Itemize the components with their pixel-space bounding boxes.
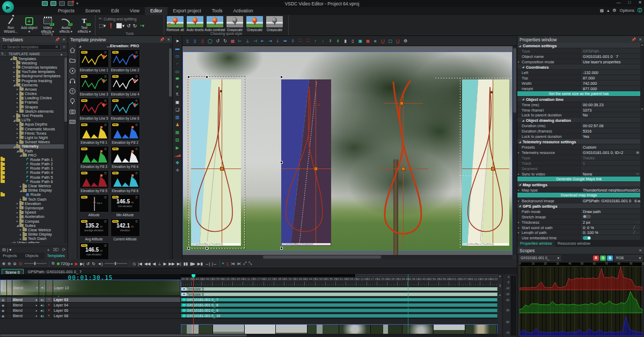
- layer-row-layer-64[interactable]: ◉Blend▾◄)⏵Layer 64: [0, 303, 181, 308]
- lock-cell[interactable]: [6, 308, 12, 313]
- path-center-handle[interactable]: [401, 167, 405, 171]
- template-item-max-altitude[interactable]: 146.5 mmax elevationPRO☆Max Altitude: [79, 243, 109, 259]
- text-circle-icon[interactable]: T: [69, 88, 76, 94]
- menu-view[interactable]: View: [125, 7, 145, 15]
- expand-mark-icon[interactable]: ▸: [518, 60, 519, 63]
- prop-value[interactable]: 0; 0 %: [581, 225, 640, 230]
- tree-arrow-icon[interactable]: ◢: [19, 153, 23, 157]
- tree-arrow-icon[interactable]: ▸: [16, 109, 19, 113]
- blend-mode-select[interactable]: Blend▾: [12, 297, 39, 302]
- tree-arrow-icon[interactable]: ▸: [19, 185, 23, 188]
- tree-arrow-icon[interactable]: ▸: [16, 141, 19, 144]
- mute-icon[interactable]: ◄): [97, 261, 103, 266]
- expand-mark-icon[interactable]: ▸: [518, 221, 519, 224]
- lock-cell[interactable]: [6, 303, 12, 307]
- play-icon[interactable]: [69, 68, 76, 74]
- ellipse-select-icon[interactable]: ◯: [207, 39, 213, 43]
- template-item-elevation-by-line-3[interactable]: PRO☆Elevation by Line 3: [79, 74, 109, 96]
- close-panel-icon[interactable]: ✕: [62, 38, 65, 42]
- expand-mark-icon[interactable]: ▸: [518, 231, 519, 234]
- favorites-star-icon[interactable]: ☆: [62, 45, 66, 49]
- collapse-ribbon-icon[interactable]: ▴: [607, 8, 609, 13]
- tree-arrow-icon[interactable]: ▸: [16, 127, 19, 130]
- visibility-eye-icon[interactable]: ◉: [0, 313, 6, 318]
- track-row-layer-13[interactable]: [181, 324, 497, 334]
- quick-style-auto-levels[interactable]: Auto levels: [186, 16, 204, 32]
- down-icon[interactable]: ↓: [320, 39, 326, 43]
- prop-value[interactable]: Yes: [581, 134, 640, 138]
- crop-icon[interactable]: ⬚▾: [99, 23, 106, 28]
- canvas-vscrollbar[interactable]: [513, 46, 517, 255]
- ribbon-button-audio-effects[interactable]: FXAudio effects ▾: [57, 16, 75, 33]
- track-row-layer-63[interactable]: GX010181-001 0_ 7: [181, 297, 497, 303]
- gps-panel-4[interactable]: (c) OpenStreetMap (c) Thunderforest: [462, 79, 509, 246]
- clip-template-6[interactable]: Template 6: [181, 292, 497, 296]
- search-input[interactable]: ⌕ Search templates ✕: [2, 44, 61, 50]
- favorite-star-icon[interactable]: ☆: [104, 50, 107, 55]
- marker-flag-icon[interactable]: ⏵: [46, 303, 53, 307]
- tree-arrow-icon[interactable]: ▸: [12, 114, 16, 118]
- prop-value[interactable]: GX010181-001 0_ 7: [581, 54, 640, 58]
- prop-section-gps-path-settings[interactable]: GPS path settings: [517, 203, 640, 209]
- tab-objects-explorer[interactable]: Objects explorer: [23, 253, 45, 259]
- audio-icon[interactable]: ◄): [39, 308, 46, 313]
- audio-icon[interactable]: ◄): [39, 297, 46, 302]
- expand-mark-icon[interactable]: ▸: [518, 172, 519, 175]
- prop-value[interactable]: None: [581, 171, 640, 176]
- layout-icon[interactable]: ▦: [600, 8, 604, 13]
- value-hint-icon[interactable]: ╱ …: [633, 225, 639, 229]
- lock-cell[interactable]: [7, 280, 12, 295]
- tree-arrow-icon[interactable]: ◢: [12, 119, 16, 122]
- prop-value[interactable]: [581, 235, 640, 240]
- tab-projects-explorer[interactable]: Projects explorer: [0, 253, 23, 259]
- zoom-project-icon[interactable]: ⊙: [19, 261, 22, 266]
- tree-arrow-icon[interactable]: ▸: [19, 233, 23, 236]
- prop-value[interactable]: -132.000: [581, 70, 640, 75]
- path-center-handle[interactable]: [491, 167, 495, 171]
- lock-cell[interactable]: [6, 313, 12, 318]
- track-row-layer-12[interactable]: Template 6: [181, 292, 497, 297]
- template-item-elevation-by-fill-6[interactable]: PRO☆Elevation by Fill 6: [111, 170, 140, 193]
- tree-arrow-icon[interactable]: ◢: [19, 189, 23, 192]
- go-end-icon[interactable]: ▶|: [177, 261, 181, 266]
- ungroup-icon[interactable]: ▯: [350, 39, 356, 43]
- prop-value[interactable]: 5316: [581, 128, 640, 133]
- clear-search-icon[interactable]: ✕: [55, 45, 58, 49]
- quick-style-grayscale[interactable]: Grayscale: [266, 16, 283, 32]
- section-header[interactable]: ...Elevation: PRO: [77, 43, 169, 49]
- favorite-star-icon[interactable]: ☆: [104, 99, 107, 103]
- template-item-altitude[interactable]: 146.4PRO☆Altitude: [79, 194, 109, 217]
- refresh-icon[interactable]: ⟳: [62, 247, 65, 252]
- close-button[interactable]: ✕: [638, 0, 642, 5]
- duplicate-sprite-icon[interactable]: ▭: [174, 53, 181, 59]
- tree-arrow-icon[interactable]: ▸: [12, 75, 16, 78]
- track-row-layer-11[interactable]: Template 5: [181, 287, 497, 292]
- to-top-icon[interactable]: ⇞: [327, 39, 333, 43]
- rotate-right-icon[interactable]: ↻: [133, 23, 137, 28]
- crop-view-icon[interactable]: ▣: [357, 39, 363, 43]
- curve-icon[interactable]: ◜: [174, 61, 181, 67]
- tree-arrow-icon[interactable]: ▸: [16, 202, 19, 205]
- tree-arrow-icon[interactable]: ▸: [16, 92, 19, 96]
- favorite-star-icon[interactable]: ☆: [104, 195, 107, 200]
- tab-properties-window[interactable]: Properties window: [517, 240, 555, 247]
- image2-icon[interactable]: ▧: [174, 137, 181, 143]
- scope-mode-select[interactable]: RGB▾: [614, 255, 642, 261]
- template-item-min-altitude[interactable]: 146.5 mmin elevationPRO☆Min Altitude: [111, 194, 140, 217]
- favorite-star-icon[interactable]: ☆: [135, 147, 138, 151]
- folder-icon[interactable]: [69, 57, 76, 64]
- lock-cell[interactable]: [6, 297, 12, 302]
- tree-arrow-icon[interactable]: ▸: [16, 123, 19, 126]
- toggle-off[interactable]: [583, 215, 591, 218]
- video-icon[interactable]: ▶: [174, 145, 181, 151]
- prop-section-telemetry-resource-settings[interactable]: Telemetry resource settings: [517, 139, 640, 144]
- favorite-star-icon[interactable]: ☆: [135, 195, 138, 200]
- path-center-handle[interactable]: [314, 167, 318, 171]
- template-item-elevation-by-line-4[interactable]: PRO☆Elevation by Line 4: [111, 74, 140, 96]
- templates-tree-scrollbar[interactable]: [64, 56, 68, 243]
- ribbon-button-text-effects[interactable]: TFXText effects ▾: [76, 16, 93, 33]
- tree-arrow-icon[interactable]: ▸: [16, 206, 19, 209]
- favorite-star-icon[interactable]: ☆: [135, 123, 138, 127]
- delete-template-icon[interactable]: ⌦: [53, 247, 59, 252]
- move-left-icon[interactable]: ⇤: [260, 39, 266, 43]
